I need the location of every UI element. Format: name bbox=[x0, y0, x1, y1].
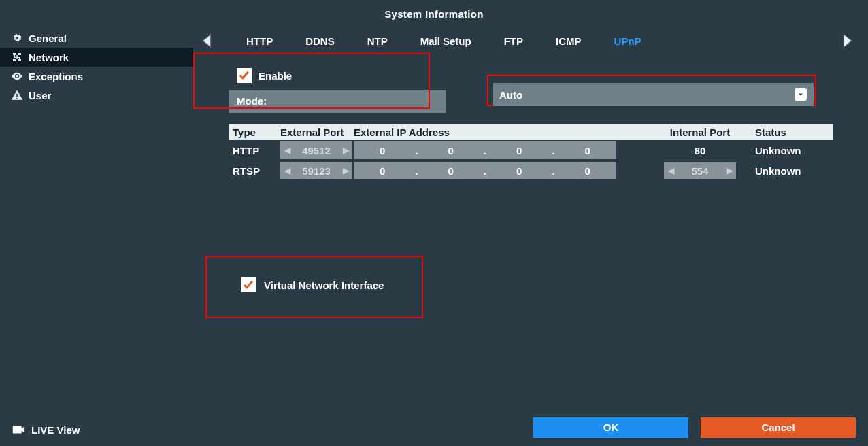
cell-status: Unknown bbox=[751, 145, 833, 156]
vni-label: Virtual Network Interface bbox=[264, 279, 384, 291]
ext-port-spinner[interactable]: ◀ 49512 ▶ bbox=[280, 141, 352, 159]
tab-http[interactable]: HTTP bbox=[246, 35, 273, 47]
th-int-port: Internal Port bbox=[649, 126, 751, 138]
spinner-left-icon[interactable]: ◀ bbox=[280, 166, 294, 175]
live-view-button[interactable]: LIVE View bbox=[0, 413, 193, 446]
tab-icmp[interactable]: ICMP bbox=[556, 35, 582, 47]
sidebar-item-general[interactable]: General bbox=[0, 29, 193, 48]
th-ext-ip: External IP Address bbox=[350, 126, 649, 138]
dropdown-icon bbox=[795, 88, 807, 101]
sidebar: General Network Exceptions User LIVE Vie… bbox=[0, 29, 193, 446]
cell-type: HTTP bbox=[229, 145, 276, 156]
ext-ip-field[interactable]: 0. 0. 0. 0 bbox=[354, 141, 616, 159]
sidebar-item-label: Exceptions bbox=[29, 71, 83, 82]
tab-ftp[interactable]: FTP bbox=[504, 35, 523, 47]
network-icon bbox=[11, 51, 23, 63]
sidebar-item-network[interactable]: Network bbox=[0, 48, 193, 67]
sidebar-item-label: General bbox=[29, 33, 67, 44]
cell-int-port: 80 bbox=[649, 145, 751, 156]
cancel-button[interactable]: Cancel bbox=[701, 417, 856, 438]
camera-icon bbox=[11, 422, 26, 437]
tab-upnp[interactable]: UPnP bbox=[614, 35, 641, 47]
spinner-value: 554 bbox=[678, 165, 722, 177]
port-table: Type External Port External IP Address I… bbox=[229, 124, 833, 181]
window-title: System Information bbox=[0, 0, 868, 29]
int-port-spinner[interactable]: ◀ 554 ▶ bbox=[664, 162, 736, 179]
main-panel: HTTP DDNS NTP Mail Setup FTP ICMP UPnP E… bbox=[193, 29, 868, 446]
enable-checkbox[interactable] bbox=[237, 68, 252, 83]
mode-value: Auto bbox=[499, 89, 522, 101]
tab-ddns[interactable]: DDNS bbox=[305, 35, 335, 47]
chevron-left-icon bbox=[198, 31, 217, 50]
spinner-right-icon[interactable]: ▶ bbox=[722, 166, 736, 175]
ext-ip-field[interactable]: 0. 0. 0. 0 bbox=[354, 162, 616, 179]
cell-type: RTSP bbox=[229, 165, 276, 177]
live-view-label: LIVE View bbox=[31, 424, 80, 436]
spinner-left-icon[interactable]: ◀ bbox=[664, 166, 678, 175]
chevron-right-icon bbox=[837, 31, 856, 50]
table-row: RTSP ◀ 59123 ▶ 0. 0. 0. 0 bbox=[229, 160, 833, 181]
tabs-scroll-left[interactable] bbox=[193, 29, 222, 53]
spinner-left-icon[interactable]: ◀ bbox=[280, 145, 294, 155]
tab-ntp[interactable]: NTP bbox=[367, 35, 388, 47]
check-icon bbox=[238, 69, 250, 82]
gear-icon bbox=[11, 32, 23, 44]
sidebar-item-label: Network bbox=[29, 52, 69, 63]
warning-icon bbox=[11, 89, 23, 101]
spinner-value: 49512 bbox=[294, 145, 339, 156]
cell-status: Unknown bbox=[751, 165, 833, 177]
spinner-value: 59123 bbox=[294, 165, 339, 177]
sidebar-item-label: User bbox=[29, 90, 51, 101]
vni-checkbox[interactable] bbox=[241, 277, 256, 292]
tabs-scroll-right[interactable] bbox=[833, 29, 861, 53]
th-type: Type bbox=[229, 126, 276, 138]
sidebar-item-user[interactable]: User bbox=[0, 86, 193, 105]
check-icon bbox=[242, 279, 254, 291]
th-status: Status bbox=[751, 126, 833, 138]
mode-select[interactable]: Auto bbox=[493, 83, 814, 106]
ext-port-spinner[interactable]: ◀ 59123 ▶ bbox=[280, 162, 352, 179]
mode-label: Mode: bbox=[229, 90, 446, 113]
th-ext-port: External Port bbox=[276, 126, 350, 138]
table-row: HTTP ◀ 49512 ▶ 0. 0. 0. 0 bbox=[229, 140, 833, 160]
sidebar-item-exceptions[interactable]: Exceptions bbox=[0, 67, 193, 86]
enable-label: Enable bbox=[258, 70, 292, 82]
eye-icon bbox=[11, 70, 23, 82]
tab-mail-setup[interactable]: Mail Setup bbox=[420, 35, 471, 47]
tab-bar: HTTP DDNS NTP Mail Setup FTP ICMP UPnP bbox=[246, 29, 641, 53]
ok-button[interactable]: OK bbox=[533, 417, 688, 438]
